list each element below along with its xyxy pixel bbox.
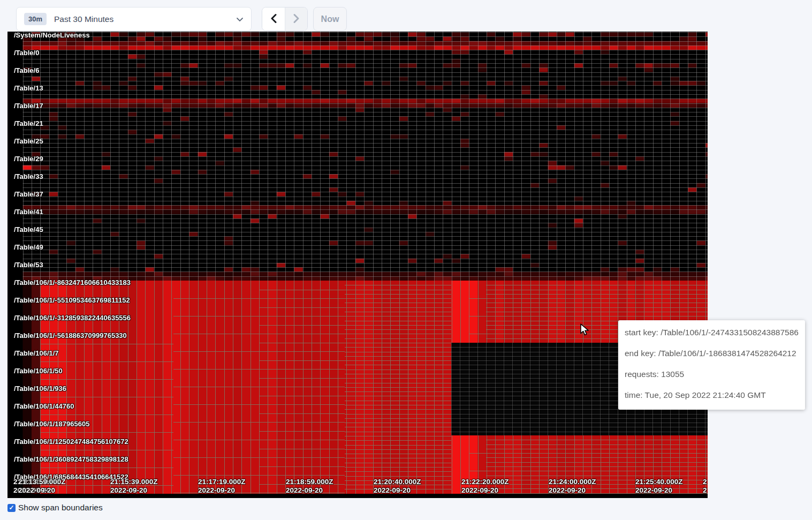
row-label: /Table/106/1/-3128593822440635556 xyxy=(14,314,131,322)
row-label: /Table/6 xyxy=(14,66,39,74)
x-axis-label: 21:22:20.000Z2022-09-20 xyxy=(461,478,509,495)
row-label: /Table/21 xyxy=(14,119,43,127)
row-label: /Table/53 xyxy=(14,261,43,269)
x-axis-label: 21:17:19.000Z2022-09-20 xyxy=(198,478,246,495)
row-label: /Table/25 xyxy=(14,137,43,145)
row-label: /Table/17 xyxy=(14,102,43,110)
mouse-cursor-icon xyxy=(580,323,590,338)
row-label: /Table/33 xyxy=(14,172,43,180)
tooltip-start-key: start key: /Table/106/1/-247433150824388… xyxy=(625,328,800,337)
key-visualizer-heatmap[interactable] xyxy=(7,32,708,498)
x-axis-label: 21:18:59.000Z2022-09-20 xyxy=(286,478,333,495)
row-label: /System/NodeLiveness xyxy=(14,31,90,39)
row-label: /Table/0 xyxy=(14,49,39,57)
row-label: /Table/106/1/-561886370999765330 xyxy=(14,331,127,340)
key-visualizer: start key: /Table/106/1/-247433150824388… xyxy=(7,32,708,498)
heatmap-tooltip: start key: /Table/106/1/-247433150824388… xyxy=(618,320,805,410)
row-label: /Table/37 xyxy=(14,190,43,198)
row-label: /Table/29 xyxy=(14,155,43,163)
time-window-label: Past 30 Minutes xyxy=(54,14,236,24)
heatmap-options: ✓ Show span boundaries xyxy=(7,503,812,513)
next-time-button[interactable] xyxy=(285,7,307,31)
prev-time-button[interactable] xyxy=(262,7,285,31)
row-label: /Table/106/1/-5510953463769811152 xyxy=(14,296,130,304)
span-boundaries-label: Show span boundaries xyxy=(18,503,103,513)
row-label: /Table/106/1/-8632471606610433183 xyxy=(14,278,131,287)
toolbar: 30m Past 30 Minutes Now xyxy=(0,0,812,32)
chevron-left-icon xyxy=(270,13,277,25)
time-pager xyxy=(262,7,308,31)
chevron-right-icon xyxy=(293,13,300,25)
chevron-down-icon xyxy=(236,14,244,24)
x-axis-label: 21:20:40.000Z2022-09-20 xyxy=(374,478,421,495)
now-button[interactable]: Now xyxy=(313,7,347,31)
row-label: /Table/45 xyxy=(14,225,43,233)
x-axis-label: 21:25:40.000Z2022-09-20 xyxy=(635,478,683,495)
x-axis-label: 21:13:59.000Z2022-09-20 xyxy=(18,478,66,495)
tooltip-time: time: Tue, 20 Sep 2022 21:24:40 GMT xyxy=(625,390,800,400)
row-label: /Table/13 xyxy=(14,84,43,92)
x-axis-label: 22 xyxy=(703,478,707,495)
row-label: /Table/106/1/187965605 xyxy=(14,420,89,428)
row-label: /Table/41 xyxy=(14,208,43,216)
row-label: /Table/106/1/50 xyxy=(14,367,63,375)
row-label: /Table/106/1/1250247484756107672 xyxy=(14,438,128,446)
time-window-badge: 30m xyxy=(24,13,47,25)
row-label: /Table/106/1/44760 xyxy=(14,402,74,410)
tooltip-end-key: end key: /Table/106/1/-18683814745282642… xyxy=(625,349,800,358)
row-label: /Table/106/1/7 xyxy=(14,349,59,357)
row-label: /Table/106/1/936 xyxy=(14,385,66,393)
span-boundaries-checkbox[interactable]: ✓ xyxy=(7,504,16,512)
x-axis-label: 21:15:39.000Z2022-09-20 xyxy=(110,478,158,495)
row-label: /Table/49 xyxy=(14,243,43,251)
time-window-select[interactable]: 30m Past 30 Minutes xyxy=(16,7,252,31)
tooltip-requests: requests: 13055 xyxy=(625,370,800,379)
row-label: /Table/106/1/3608924758329898128 xyxy=(14,455,128,463)
x-axis-label: 21:24:00.000Z2022-09-20 xyxy=(549,478,596,495)
